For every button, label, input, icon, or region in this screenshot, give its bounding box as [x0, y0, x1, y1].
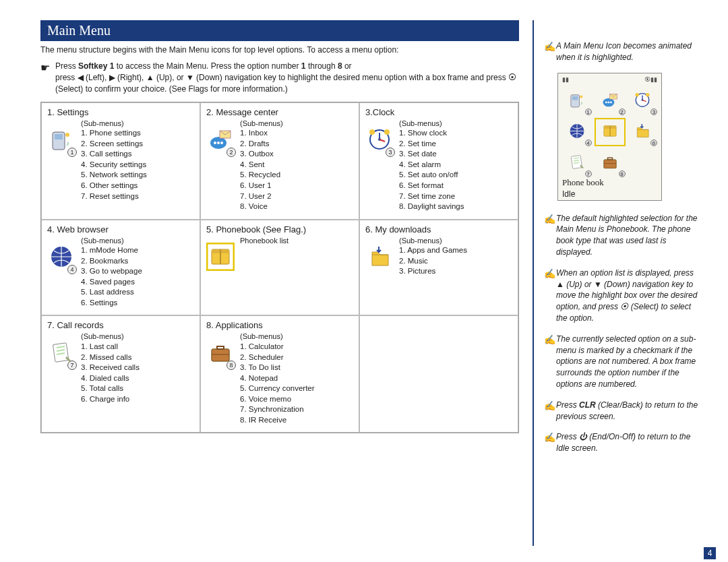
submenu-item: 1. Show clock: [399, 128, 512, 139]
phone-menu-icon: 7: [562, 149, 592, 177]
submenu-item: 2. Music: [399, 256, 512, 267]
note-icon: ✍: [544, 400, 556, 423]
submenu-item: 5. Network settings: [81, 170, 194, 181]
svg-text:♪: ♪: [580, 100, 583, 105]
submenu-list: (Sub-menus)1. Inbox2. Drafts3. Outbox4. …: [240, 119, 353, 212]
svg-rect-53: [607, 158, 612, 160]
note-icon: ✍: [544, 268, 556, 324]
submenu-item: 7. Synchronization: [240, 404, 353, 415]
svg-text:♪: ♪: [66, 139, 69, 147]
downloads-icon: [365, 236, 399, 277]
submenu-item: 6. Other settings: [81, 181, 194, 191]
phone-menu-icon: ♪1: [562, 87, 592, 115]
phone-menu-icon: [595, 118, 626, 146]
menu-cell: 8. Applications8(Sub-menus)1. Calculator…: [200, 315, 359, 433]
note-icon: ✍: [544, 431, 556, 454]
side-note-text: Press ⏻ (End/On-Off) to return to the Id…: [556, 431, 702, 454]
svg-point-30: [580, 96, 582, 98]
submenu-list: (Sub-menus)1. Calculator2. Scheduler3. T…: [240, 332, 353, 425]
submenu-item: 2. Missed calls: [81, 352, 194, 363]
submenu-item: 4. Set alarm: [399, 160, 512, 170]
phonebook-icon: [206, 236, 240, 273]
submenu-item: 5. Last address: [81, 287, 194, 298]
submenu-item: 1. Calculator: [240, 342, 353, 352]
menu-cell: 5. Phonebook (See Flag.)Phonebook list: [200, 220, 359, 316]
submenu-item: 3. Pictures: [399, 266, 512, 277]
svg-point-42: [646, 93, 650, 97]
number-badge: 8: [226, 361, 236, 370]
submenu-item: 1. mMode Home: [81, 245, 194, 256]
phone-menu-icon: 4: [562, 118, 592, 146]
submenu-item: 3. Set date: [399, 149, 512, 160]
svg-point-14: [384, 129, 390, 135]
submenu-list: (Sub-menus)1. mMode Home2. Bookmarks3. G…: [81, 236, 194, 309]
submenu-list: (Sub-menus)1. Last call2. Missed calls3.…: [81, 332, 194, 404]
phone-menu-icon: 8: [595, 149, 626, 177]
submenu-list: Phonebook list: [240, 236, 353, 273]
note-icon: ✍: [544, 334, 556, 390]
menu-cell: 4. Web browser4(Sub-menus)1. mMode Home2…: [41, 220, 200, 316]
submenu-item: 3. Outbox: [240, 149, 353, 160]
message-icon: 2: [206, 119, 240, 212]
records-icon: 7: [47, 332, 81, 404]
page-number: 4: [704, 547, 716, 559]
submenu-item: 2. Set time: [399, 139, 512, 150]
phone-label: Phone book: [562, 177, 604, 188]
submenu-item: 3. Received calls: [81, 363, 194, 373]
submenu-item: 4. Notepad: [240, 373, 353, 384]
side-note-text: Press CLR (Clear/Back) to return to the …: [556, 400, 702, 423]
submenu-item: 3. To Do list: [240, 363, 353, 373]
phone-menu-icon: 6: [628, 118, 658, 146]
submenu-item: 2. Scheduler: [240, 352, 353, 363]
svg-rect-25: [212, 349, 229, 361]
number-badge: 3: [386, 148, 395, 157]
phone-screen-preview: ▮▮⦿▮▮ ♪1234678 Phone book Idle: [557, 73, 662, 201]
submenu-item: 5. Currency converter: [240, 383, 353, 394]
number-badge: 4: [67, 265, 77, 274]
menu-cell: 2. Message center2(Sub-menus)1. Inbox2. …: [200, 102, 359, 220]
svg-rect-47: [571, 156, 582, 169]
menu-cell: 3.Clock3(Sub-menus)1. Show clock2. Set t…: [359, 102, 518, 220]
cell-title: 8. Applications: [206, 320, 353, 330]
number-badge: 1: [67, 148, 77, 157]
submenu-item: 2. Drafts: [240, 139, 353, 150]
cell-title: 3.Clock: [365, 107, 512, 117]
submenu-item: 8. Daylight savings: [399, 201, 512, 212]
side-note-text: When an option list is displayed, press …: [556, 268, 702, 324]
intro-text: The menu structure begins with the Main …: [40, 44, 519, 55]
submenu-item: 8. Voice: [240, 201, 353, 212]
cell-title: 4. Web browser: [47, 224, 194, 235]
submenu-item: 6. Set format: [399, 181, 512, 191]
svg-point-13: [369, 129, 375, 135]
submenu-item: 7. User 2: [240, 191, 353, 202]
side-note-text: The currently selected option on a sub-m…: [556, 334, 702, 390]
submenu-list: (Sub-menus)1. Apps and Games2. Music3. P…: [399, 236, 512, 277]
number-badge: 2: [226, 148, 236, 157]
page-title: Main Menu: [40, 20, 519, 41]
svg-rect-29: [572, 96, 578, 100]
submenu-item: 5. Recycled: [240, 170, 353, 181]
side-note-text: The default highlighted selection for th…: [556, 213, 702, 258]
phone-menu-icon: 3: [628, 87, 658, 115]
clock-icon: 3: [365, 119, 399, 212]
note-icon: ✍: [544, 40, 556, 63]
svg-rect-26: [217, 346, 224, 349]
svg-point-2: [65, 133, 69, 137]
svg-point-7: [220, 142, 223, 144]
submenu-item: 4. Saved pages: [81, 277, 194, 288]
menu-cell: [359, 315, 518, 433]
menu-cell: 7. Call records7(Sub-menus)1. Last call2…: [41, 315, 200, 433]
submenu-item: 1. Phone settings: [81, 128, 194, 139]
cell-title: 6. My downloads: [365, 224, 512, 235]
instruction-text: Press Softkey 1 to access the Main Menu.…: [55, 61, 519, 94]
submenu-item: 1. Apps and Games: [399, 245, 512, 256]
submenu-item: 6. Settings: [81, 298, 194, 309]
menu-cell: 1. Settings♪1(Sub-menus)1. Phone setting…: [41, 102, 200, 220]
submenu-item: 8. IR Receive: [240, 415, 353, 426]
submenu-item: 6. Charge info: [81, 394, 194, 405]
submenu-item: 6. Voice memo: [240, 394, 353, 405]
submenu-item: 5. Total calls: [81, 383, 194, 394]
briefcase-icon: 8: [206, 332, 240, 425]
submenu-item: 2. Bookmarks: [81, 256, 194, 267]
globe-icon: 4: [47, 236, 81, 309]
